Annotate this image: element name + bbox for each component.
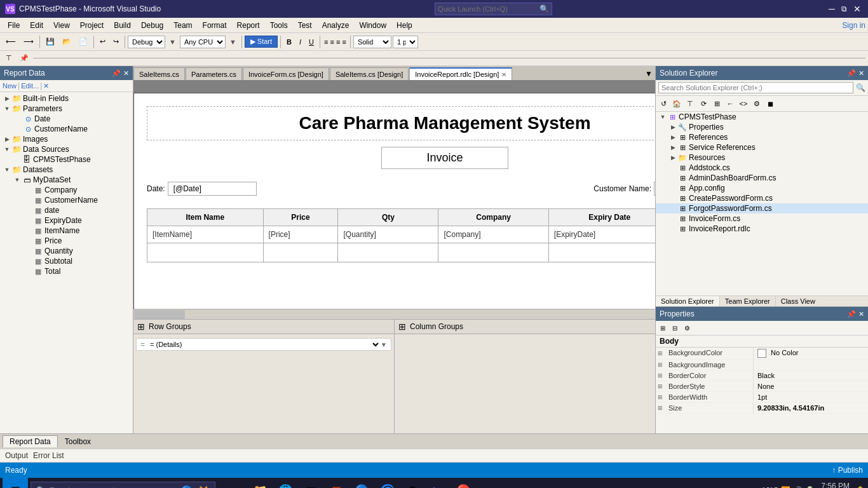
prop-row-bordercolor[interactable]: ⊞ BorderColor Black [656,370,868,381]
tab-overflow[interactable]: ▼ [642,67,655,80]
table-data-row[interactable]: [ItemName] [Price] [Quantity] [Company] … [147,226,656,243]
start-button[interactable]: ▶ Start [245,36,278,48]
tree-item-mydataset[interactable]: ▼ 🗃 MyDataSet [0,175,133,185]
se-search-input[interactable] [658,82,853,93]
toolbar-undo[interactable]: ↩ [97,36,109,48]
tree-item-customername2[interactable]: ▦ CustomerName [0,195,133,205]
se-home-btn[interactable]: 🏠 [670,97,683,110]
details-group-item[interactable]: = = (Details) ▼ [136,338,391,351]
props-close-icon[interactable]: ✕ [858,310,864,318]
toolbar-back[interactable]: ⟵ [3,36,19,48]
menu-help[interactable]: Help [391,20,417,31]
se-root[interactable]: ▼ ⊞ CPMSTestPhase [656,112,868,122]
panel-pin-icon[interactable]: 📌 [112,69,121,78]
taskapp-edge[interactable]: 🌐 [274,479,297,488]
se-settings-btn[interactable]: ⚙ [750,97,763,110]
se-expand-btn[interactable]: ⊞ [710,97,723,110]
tree-item-expirydate[interactable]: ▦ ExpiryDate [0,215,133,226]
design-scroll-wrapper[interactable]: Care Pharma Management System Invoice Da… [133,80,655,433]
ds-expander[interactable]: ▼ [3,145,11,154]
se-back-btn[interactable]: ← [724,97,736,110]
date-field-value[interactable]: [@Date] [168,182,257,196]
menu-test[interactable]: Test [293,20,317,31]
panel-close-icon[interactable]: ✕ [123,69,129,78]
tab-invoicereport-rdlc[interactable]: InvoiceReport.rdlc [Design] ✕ [409,67,512,80]
ir-expander[interactable] [668,224,677,233]
border-size-select[interactable]: 1 pt [393,36,418,48]
bottom-tab-toolbox[interactable]: Toolbox [58,435,98,448]
menu-project[interactable]: Project [75,20,109,31]
props-pin-icon[interactable]: 📌 [847,310,856,318]
restore-button[interactable]: ⧉ [839,3,850,15]
cp-expander[interactable] [668,194,677,203]
edit-button[interactable]: Edit... [21,82,39,90]
tree-item-builtin[interactable]: ▶ 📁 Built-in Fields [0,93,133,104]
props-expander[interactable]: ▶ [668,123,677,132]
menu-debug[interactable]: Debug [136,20,168,31]
taskapp-taskview[interactable]: ⧉ [223,479,246,488]
border-style-select[interactable]: Solid [353,36,391,48]
start-button[interactable]: ⊞ [3,478,28,488]
title-bar-controls[interactable]: ─ ⧉ ✕ [826,3,863,15]
tree-item-customername[interactable]: ⊙ CustomerName [0,124,133,134]
se-createpassword[interactable]: ⊞ CreatePasswordForm.cs [656,193,868,203]
taskapp-chrome2[interactable]: 🔴 [452,479,475,488]
taskapp-browser2[interactable]: 🌀 [376,479,398,488]
se-tab-solution[interactable]: Solution Explorer [656,296,720,306]
se-pin-icon[interactable]: 📌 [847,69,856,78]
props-tb-categorized[interactable]: ⊞ [657,322,668,334]
close-button[interactable]: ✕ [43,82,49,90]
new-button[interactable]: New [3,82,17,90]
menu-view[interactable]: View [48,20,75,31]
details-dropdown-btn[interactable]: ▼ [381,341,387,348]
tree-item-price[interactable]: ▦ Price [0,236,133,246]
se-invoiceform[interactable]: ⊞ InvoiceForm.cs [656,214,868,224]
tree-item-subtotal[interactable]: ▦ Subtotal [0,256,133,266]
toolbar-open[interactable]: 📂 [59,36,74,48]
toolbar-new[interactable]: 📄 [76,36,91,48]
se-addstock[interactable]: ⊞ Addstock.cs [656,163,868,173]
tree-item-datasets[interactable]: ▼ 📁 Datasets [0,165,133,175]
se-code-btn[interactable]: <> [737,97,750,110]
se-refresh-btn[interactable]: ⟳ [697,97,710,110]
srefs-expander[interactable]: ▶ [668,143,677,152]
se-forgotpassword[interactable]: ⊞ ForgotPasswordForm.cs [656,203,868,214]
builtin-expander[interactable]: ▶ [3,94,11,103]
toolbar-italic[interactable]: I [296,36,304,48]
platform-select[interactable]: Any CPU [180,36,226,48]
se-resources[interactable]: ▶ 📁 Resources [656,152,868,163]
tree-item-datasources[interactable]: ▼ 📁 Data Sources [0,144,133,154]
refs-expander[interactable]: ▶ [668,133,677,142]
se-service-refs[interactable]: ▶ ⊞ Service References [656,142,868,152]
if-expander[interactable] [668,214,677,223]
props-tb-alpha[interactable]: ⊟ [669,322,681,334]
mds-expander[interactable]: ▼ [13,175,22,184]
prop-row-size[interactable]: ⊞ Size 9.20833in, 4.54167in [656,403,868,414]
tree-item-cpmstestphase-ds[interactable]: 🗄 CPMSTestPhase [0,154,133,165]
tab-saleitems-cs[interactable]: SaleItems.cs [133,67,185,80]
tree-item-date2[interactable]: ▦ date [0,205,133,215]
close-button[interactable]: ✕ [851,3,863,15]
quick-launch-input[interactable] [438,5,539,13]
taskbar-search[interactable]: 🔍 🔵 🦊 [31,482,215,488]
menu-window[interactable]: Window [354,20,391,31]
debug-mode-select[interactable]: Debug [128,36,165,48]
tb2-pin[interactable]: 📌 [17,52,32,64]
se-invoicereport[interactable]: ⊞ InvoiceReport.rdlc [656,224,868,234]
tab-parameters-cs[interactable]: Parameters.cs [186,67,242,80]
tab-saleitems-design[interactable]: SaleItems.cs [Design] [330,67,409,80]
se-tab-class[interactable]: Class View [776,296,820,306]
minimize-button[interactable]: ─ [826,3,837,15]
taskapp-settings[interactable]: ⚙ [401,479,424,488]
adb-expander[interactable] [668,173,677,182]
props-tb-props[interactable]: ⚙ [681,322,693,334]
details-select[interactable]: = (Details) [147,340,381,349]
se-references[interactable]: ▶ ⊞ References [656,132,868,142]
toolbar-underline[interactable]: U [306,36,317,48]
ac-expander[interactable] [668,184,677,193]
sign-in-link[interactable]: Sign in [842,21,865,30]
tree-item-images[interactable]: ▶ 📁 Images [0,134,133,144]
fp-expander[interactable] [668,204,677,213]
design-area[interactable]: Care Pharma Management System Invoice Da… [133,80,655,309]
tree-item-quantity[interactable]: ▦ Quantity [0,246,133,256]
